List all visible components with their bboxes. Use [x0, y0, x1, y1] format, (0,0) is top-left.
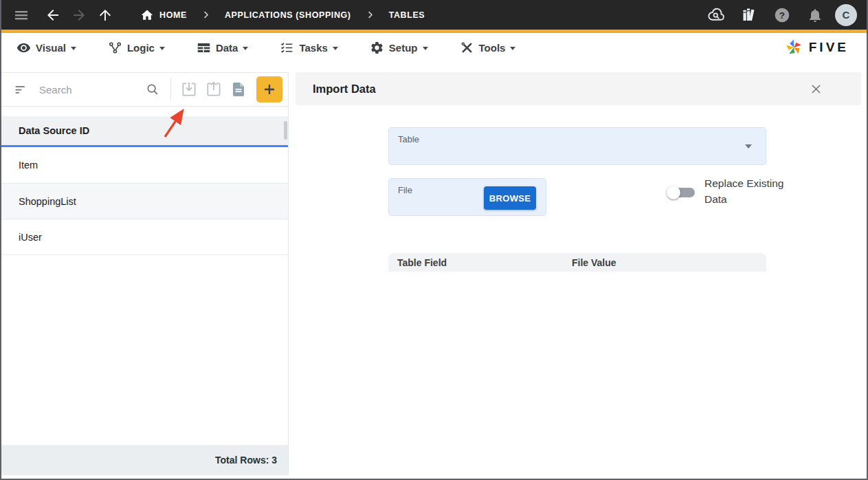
list-item[interactable]: iUser	[1, 219, 288, 254]
up-arrow-icon	[97, 7, 113, 23]
filter-icon[interactable]	[14, 83, 28, 97]
tools-icon	[460, 41, 474, 55]
bell-icon	[807, 7, 823, 23]
search-icon	[145, 82, 160, 97]
breadcrumb: HOME APPLICATIONS (SHOPPING) TABLES	[133, 8, 432, 22]
breadcrumb-tables[interactable]: TABLES	[382, 10, 432, 20]
close-icon	[810, 83, 823, 96]
import-data-panel: Import Data Table File BROWSE	[296, 72, 867, 475]
menu-label: Logic	[127, 42, 155, 54]
chevron-down-icon	[243, 47, 248, 50]
top-navbar: HOME APPLICATIONS (SHOPPING) TABLES	[1, 0, 867, 33]
toggle-knob	[667, 186, 680, 199]
svg-text:?: ?	[779, 10, 785, 20]
list-column-header: Data Source ID	[1, 116, 288, 145]
mapping-column-table-field: Table Field	[388, 257, 572, 268]
panel-body: Table File BROWSE Replace Existing Data …	[296, 105, 867, 475]
chevron-right-icon	[362, 10, 378, 20]
documentation-button[interactable]	[736, 2, 762, 28]
breadcrumb-home[interactable]: HOME	[133, 8, 194, 22]
notifications-button[interactable]	[802, 2, 828, 28]
menu-label: Setup	[389, 42, 418, 54]
search-input[interactable]	[39, 84, 139, 96]
up-level-button[interactable]	[92, 2, 118, 28]
column-header-label: Data Source ID	[19, 125, 89, 136]
menu-label: Visual	[36, 42, 66, 54]
five-logo: FIVE	[784, 38, 852, 57]
file-field-label: File	[398, 185, 412, 195]
import-icon	[180, 80, 198, 98]
list-item-label: ShoppingList	[19, 196, 76, 207]
breadcrumb-label: TABLES	[389, 10, 425, 20]
menu-label: Tools	[479, 42, 506, 54]
copy-button[interactable]	[227, 78, 249, 101]
back-arrow-icon	[45, 7, 61, 23]
eye-icon	[16, 41, 31, 55]
menu-label: Data	[216, 42, 238, 54]
spacer	[1, 255, 288, 445]
help-button[interactable]: ?	[769, 2, 795, 28]
add-table-button[interactable]	[256, 76, 282, 102]
list-footer: Total Rows: 3	[1, 445, 288, 475]
total-rows-label: Total Rows: 3	[215, 455, 277, 466]
menu-tasks[interactable]: Tasks	[280, 41, 337, 55]
dropdown-caret-icon	[745, 144, 752, 149]
scrollbar-thumb[interactable]	[284, 121, 287, 140]
copy-document-icon	[230, 81, 247, 98]
five-pinwheel-icon	[784, 38, 803, 57]
menu-visual[interactable]: Visual	[16, 41, 76, 55]
logic-flow-icon	[108, 41, 122, 55]
avatar[interactable]: C	[835, 4, 857, 26]
forward-arrow-icon	[71, 7, 87, 23]
breadcrumb-applications[interactable]: APPLICATIONS (SHOPPING)	[218, 10, 358, 20]
menu-data[interactable]: Data	[197, 41, 249, 55]
menu-tools[interactable]: Tools	[460, 41, 516, 55]
table-list: Item ShoppingList iUser	[1, 147, 288, 255]
table-field-label: Table	[398, 134, 419, 144]
export-button[interactable]	[203, 78, 225, 101]
menu-setup[interactable]: Setup	[370, 41, 428, 55]
avatar-initial: C	[843, 9, 850, 21]
checklist-icon	[280, 41, 294, 55]
library-books-icon	[740, 6, 759, 24]
home-icon	[140, 8, 154, 22]
hamburger-icon	[13, 7, 30, 23]
cloud-search-icon	[707, 6, 725, 24]
search-button[interactable]	[142, 78, 164, 101]
cloud-search-button[interactable]	[703, 2, 729, 28]
browse-button[interactable]: BROWSE	[484, 186, 536, 210]
menu-logic[interactable]: Logic	[108, 41, 165, 55]
panel-header: Import Data	[296, 72, 861, 105]
forward-button[interactable]	[66, 2, 92, 28]
brand-wordmark: FIVE	[809, 40, 849, 55]
list-item-label: iUser	[19, 232, 42, 243]
toolbar-divider	[170, 78, 171, 100]
chevron-down-icon	[159, 47, 165, 50]
table-list-panel: Data Source ID Item ShoppingList iUser T…	[1, 72, 289, 475]
close-panel-button[interactable]	[807, 80, 825, 98]
table-select-field[interactable]: Table	[388, 127, 766, 165]
import-button[interactable]	[178, 78, 200, 101]
app-window: HOME APPLICATIONS (SHOPPING) TABLES	[0, 0, 868, 480]
toggle-label: Replace Existing Data	[704, 175, 795, 208]
list-toolbar	[1, 72, 288, 107]
file-field: File BROWSE	[388, 178, 546, 216]
chevron-down-icon	[510, 47, 515, 50]
mapping-column-file-value: File Value	[572, 257, 616, 268]
spacer	[1, 107, 288, 116]
chevron-down-icon	[423, 47, 428, 50]
list-item[interactable]: Item	[1, 147, 288, 183]
menu-label: Tasks	[299, 42, 327, 54]
list-item-label: Item	[19, 160, 38, 171]
content-area: Data Source ID Item ShoppingList iUser T…	[1, 62, 867, 475]
hamburger-menu-button[interactable]	[8, 2, 34, 28]
panel-title: Import Data	[313, 83, 376, 96]
breadcrumb-label: APPLICATIONS (SHOPPING)	[225, 10, 351, 20]
back-button[interactable]	[40, 2, 66, 28]
gear-icon	[370, 41, 384, 55]
replace-existing-data-toggle[interactable]	[667, 185, 695, 200]
chevron-down-icon	[71, 47, 76, 50]
help-icon: ?	[773, 6, 791, 24]
plus-icon	[261, 81, 278, 98]
list-item[interactable]: ShoppingList	[1, 183, 288, 219]
